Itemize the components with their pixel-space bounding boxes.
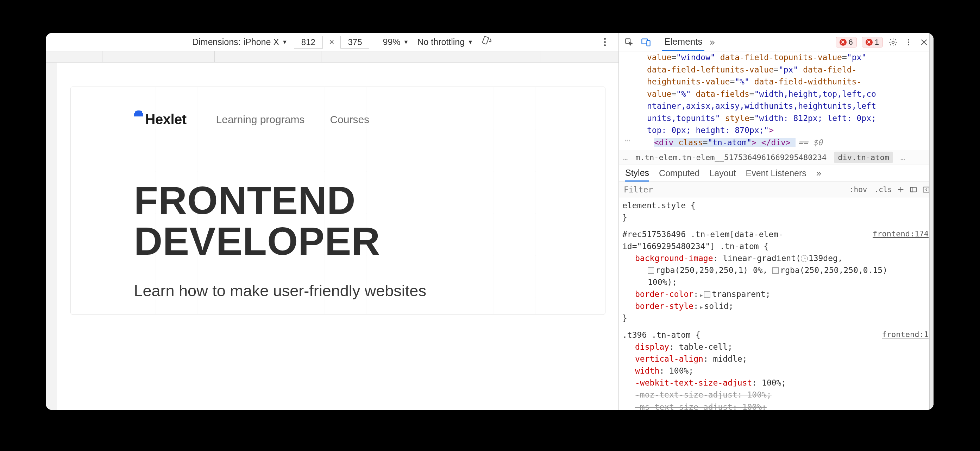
dropdown-triangle-icon: ▼ [282,39,288,45]
bezier-editor-icon[interactable] [801,255,808,262]
toggle-device-toolbar-icon[interactable] [640,36,652,48]
ruler-left[interactable] [46,63,57,410]
device-toolbar: Dimensions: iPhone X ▼ × 99% ▼ No thrott… [46,33,619,51]
inspect-element-icon[interactable] [623,36,635,48]
color-swatch-icon[interactable] [704,291,710,298]
zoom-value: 99% [383,37,400,47]
site-logo[interactable]: Hexlet [134,111,186,127]
selected-element-row[interactable]: <div class="tn-atom"> </div> [654,138,795,147]
nav-courses[interactable]: Courses [330,114,369,125]
expand-triangle-icon[interactable]: ▶ [700,303,703,311]
collapse-ellipsis-icon[interactable]: ⋯ [624,133,630,148]
breadcrumb-ellipsis[interactable]: … [900,153,905,162]
elements-breadcrumb[interactable]: … m.tn-elem.tn-elem__5175364961669295480… [619,150,934,165]
css-rule-1[interactable]: frontend:174 #rec517536496 .tn-elem[data… [622,228,930,324]
page-frame-wrap: Hexlet Learning programs Courses FRONTEN… [57,63,619,410]
svg-rect-0 [482,36,489,44]
hero-title-line2: DEVELOPER [134,219,380,263]
hero-title-line1: FRONTEND [134,178,356,222]
subtab-styles[interactable]: Styles [625,165,649,181]
settings-gear-icon[interactable] [888,37,898,48]
equals-dollar-zero: == $0 [799,138,822,147]
rotate-icon[interactable] [482,36,492,49]
svg-point-4 [892,41,894,43]
css-rule-2[interactable]: frontend:1 .t396 .tn-atom { display: tab… [622,329,930,410]
devtools-menu-icon[interactable] [903,37,914,48]
cls-toggle[interactable]: .cls [870,186,896,194]
ruler-corner [46,51,57,62]
throttling-select[interactable]: No throttling ▼ [417,37,473,47]
throttling-value: No throttling [417,37,465,47]
subtab-layout[interactable]: Layout [709,165,736,181]
css-rule-element-style[interactable]: element.style { } [622,200,930,223]
ruler-top-row [46,51,619,63]
color-swatch-icon[interactable] [648,267,654,274]
dropdown-triangle-icon: ▼ [403,39,409,45]
viewport-body: Hexlet Learning programs Courses FRONTEN… [46,63,619,410]
overridden-declaration[interactable]: -moz-text-size-adjust: 100%; [622,389,930,401]
subtab-computed[interactable]: Computed [659,165,700,181]
devtools-close-icon[interactable] [919,37,929,48]
breadcrumb-ellipsis[interactable]: … [623,153,628,162]
device-toolbar-menu-icon[interactable] [600,37,610,48]
ruler-top[interactable] [57,51,619,62]
device-dimensions-select[interactable]: Dimensions: iPhone X ▼ [192,37,288,47]
height-input[interactable] [340,36,369,49]
nav-learning-programs[interactable]: Learning programs [216,114,305,125]
svg-rect-3 [647,40,650,46]
tab-elements[interactable]: Elements [662,33,705,51]
hero-title: FRONTEND DEVELOPER [134,180,542,262]
error-count: 6 [849,38,853,47]
styles-pane[interactable]: element.style { } frontend:174 #rec51753… [619,197,934,410]
page-frame[interactable]: Hexlet Learning programs Courses FRONTEN… [70,87,605,314]
styles-filter-row: :hov .cls [619,182,934,197]
issue-count: 1 [875,38,879,47]
subtabs-overflow-icon[interactable]: » [816,168,821,179]
scrollbar[interactable] [929,33,934,410]
styles-filter-input[interactable] [619,185,846,194]
hero-subtitle: Learn how to make user-friendly websites [134,282,542,300]
source-link[interactable]: frontend:174 [873,228,929,240]
svg-rect-5 [911,187,916,192]
tabs-overflow-icon[interactable]: » [709,37,715,48]
breadcrumb-item-active[interactable]: div.tn-atom [834,152,893,163]
overridden-declaration[interactable]: -ms-text-size-adjust: 100%; [622,401,930,410]
expand-triangle-icon[interactable]: ▶ [700,292,703,299]
new-style-rule-icon[interactable] [896,184,906,195]
zoom-select[interactable]: 99% ▼ [383,37,409,47]
breadcrumb-item[interactable]: m.tn-elem.tn-elem__517536496166929548023… [635,153,827,162]
device-name: iPhone X [243,37,279,47]
logo-cap-icon [134,113,143,116]
logo-text: Hexlet [145,111,186,127]
dropdown-triangle-icon: ▼ [468,39,473,45]
source-link[interactable]: frontend:1 [882,329,929,341]
computed-styles-sidebar-icon[interactable] [908,184,919,195]
times-separator: × [329,37,334,47]
svg-rect-6 [911,187,913,192]
devtools-panel: Elements » ✕ 6 ✕ 1 value="window" data-f [619,33,934,410]
elements-tree[interactable]: value="window" data-field-topunits-value… [619,51,934,150]
subtab-event-listeners[interactable]: Event Listeners [746,165,807,181]
styles-subtabs: Styles Computed Layout Event Listeners » [619,165,934,182]
viewport-pane: Dimensions: iPhone X ▼ × 99% ▼ No thrott… [46,33,619,410]
error-dot-icon: ✕ [840,39,846,46]
devtools-top-bar: Elements » ✕ 6 ✕ 1 [619,33,934,51]
hov-toggle[interactable]: :hov [846,186,871,194]
devtools-window: Dimensions: iPhone X ▼ × 99% ▼ No thrott… [46,33,934,410]
width-input[interactable] [294,36,323,49]
site-header: Hexlet Learning programs Courses [134,111,542,127]
issue-dot-icon: ✕ [865,39,873,46]
site-nav: Learning programs Courses [216,114,370,125]
issue-badge[interactable]: ✕ 1 [862,37,883,48]
color-swatch-icon[interactable] [772,267,779,274]
error-badge[interactable]: ✕ 6 [836,37,857,48]
dimensions-label: Dimensions: [192,37,241,47]
